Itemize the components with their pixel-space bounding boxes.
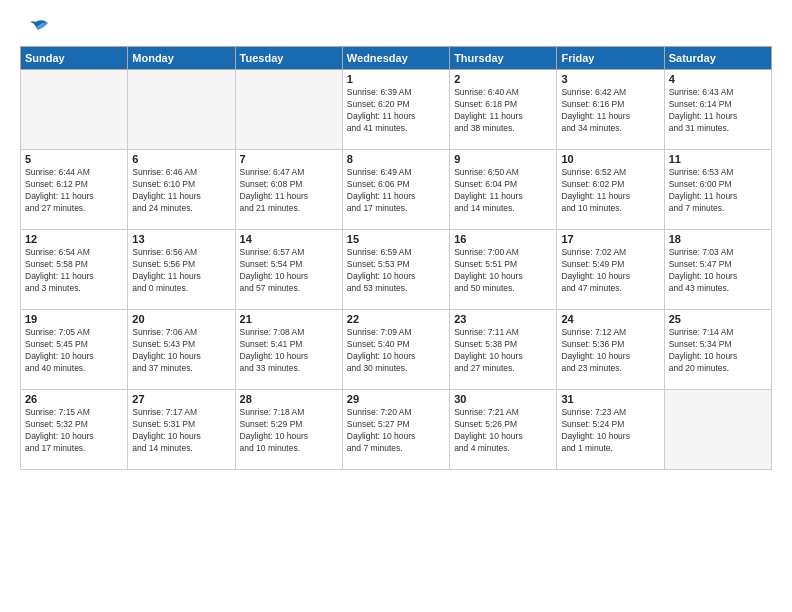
day-info: Sunrise: 6:57 AM Sunset: 5:54 PM Dayligh… [240, 247, 338, 295]
calendar-week-row: 26Sunrise: 7:15 AM Sunset: 5:32 PM Dayli… [21, 390, 772, 470]
calendar-cell: 7Sunrise: 6:47 AM Sunset: 6:08 PM Daylig… [235, 150, 342, 230]
day-number: 8 [347, 153, 445, 165]
calendar-cell: 10Sunrise: 6:52 AM Sunset: 6:02 PM Dayli… [557, 150, 664, 230]
calendar-cell: 8Sunrise: 6:49 AM Sunset: 6:06 PM Daylig… [342, 150, 449, 230]
day-info: Sunrise: 6:46 AM Sunset: 6:10 PM Dayligh… [132, 167, 230, 215]
day-number: 3 [561, 73, 659, 85]
day-number: 23 [454, 313, 552, 325]
calendar-cell: 16Sunrise: 7:00 AM Sunset: 5:51 PM Dayli… [450, 230, 557, 310]
weekday-header-sunday: Sunday [21, 47, 128, 70]
day-number: 14 [240, 233, 338, 245]
day-info: Sunrise: 7:08 AM Sunset: 5:41 PM Dayligh… [240, 327, 338, 375]
calendar-week-row: 1Sunrise: 6:39 AM Sunset: 6:20 PM Daylig… [21, 70, 772, 150]
calendar-cell: 15Sunrise: 6:59 AM Sunset: 5:53 PM Dayli… [342, 230, 449, 310]
day-info: Sunrise: 7:09 AM Sunset: 5:40 PM Dayligh… [347, 327, 445, 375]
weekday-header-wednesday: Wednesday [342, 47, 449, 70]
day-info: Sunrise: 6:40 AM Sunset: 6:18 PM Dayligh… [454, 87, 552, 135]
day-number: 10 [561, 153, 659, 165]
day-number: 22 [347, 313, 445, 325]
day-info: Sunrise: 6:43 AM Sunset: 6:14 PM Dayligh… [669, 87, 767, 135]
calendar-cell: 13Sunrise: 6:56 AM Sunset: 5:56 PM Dayli… [128, 230, 235, 310]
header [20, 18, 772, 36]
day-info: Sunrise: 7:05 AM Sunset: 5:45 PM Dayligh… [25, 327, 123, 375]
calendar-cell: 17Sunrise: 7:02 AM Sunset: 5:49 PM Dayli… [557, 230, 664, 310]
day-info: Sunrise: 7:17 AM Sunset: 5:31 PM Dayligh… [132, 407, 230, 455]
day-info: Sunrise: 7:15 AM Sunset: 5:32 PM Dayligh… [25, 407, 123, 455]
calendar-cell: 6Sunrise: 6:46 AM Sunset: 6:10 PM Daylig… [128, 150, 235, 230]
day-number: 29 [347, 393, 445, 405]
calendar-cell: 9Sunrise: 6:50 AM Sunset: 6:04 PM Daylig… [450, 150, 557, 230]
day-number: 31 [561, 393, 659, 405]
calendar-week-row: 19Sunrise: 7:05 AM Sunset: 5:45 PM Dayli… [21, 310, 772, 390]
weekday-header-saturday: Saturday [664, 47, 771, 70]
day-number: 26 [25, 393, 123, 405]
day-number: 27 [132, 393, 230, 405]
day-number: 12 [25, 233, 123, 245]
calendar-cell: 4Sunrise: 6:43 AM Sunset: 6:14 PM Daylig… [664, 70, 771, 150]
day-number: 17 [561, 233, 659, 245]
logo-bird-icon [22, 18, 50, 40]
calendar-cell: 12Sunrise: 6:54 AM Sunset: 5:58 PM Dayli… [21, 230, 128, 310]
day-number: 6 [132, 153, 230, 165]
weekday-header-row: SundayMondayTuesdayWednesdayThursdayFrid… [21, 47, 772, 70]
day-info: Sunrise: 6:59 AM Sunset: 5:53 PM Dayligh… [347, 247, 445, 295]
day-info: Sunrise: 7:00 AM Sunset: 5:51 PM Dayligh… [454, 247, 552, 295]
calendar-cell: 19Sunrise: 7:05 AM Sunset: 5:45 PM Dayli… [21, 310, 128, 390]
day-number: 4 [669, 73, 767, 85]
calendar-cell: 26Sunrise: 7:15 AM Sunset: 5:32 PM Dayli… [21, 390, 128, 470]
day-number: 1 [347, 73, 445, 85]
day-info: Sunrise: 6:50 AM Sunset: 6:04 PM Dayligh… [454, 167, 552, 215]
weekday-header-tuesday: Tuesday [235, 47, 342, 70]
day-info: Sunrise: 7:11 AM Sunset: 5:38 PM Dayligh… [454, 327, 552, 375]
calendar-cell: 3Sunrise: 6:42 AM Sunset: 6:16 PM Daylig… [557, 70, 664, 150]
day-info: Sunrise: 6:56 AM Sunset: 5:56 PM Dayligh… [132, 247, 230, 295]
day-number: 15 [347, 233, 445, 245]
day-number: 13 [132, 233, 230, 245]
calendar-cell [21, 70, 128, 150]
day-number: 20 [132, 313, 230, 325]
day-info: Sunrise: 7:20 AM Sunset: 5:27 PM Dayligh… [347, 407, 445, 455]
day-number: 30 [454, 393, 552, 405]
calendar-cell: 11Sunrise: 6:53 AM Sunset: 6:00 PM Dayli… [664, 150, 771, 230]
day-number: 24 [561, 313, 659, 325]
day-info: Sunrise: 6:42 AM Sunset: 6:16 PM Dayligh… [561, 87, 659, 135]
calendar-cell: 23Sunrise: 7:11 AM Sunset: 5:38 PM Dayli… [450, 310, 557, 390]
calendar-cell: 30Sunrise: 7:21 AM Sunset: 5:26 PM Dayli… [450, 390, 557, 470]
day-number: 21 [240, 313, 338, 325]
calendar-cell [235, 70, 342, 150]
day-info: Sunrise: 7:23 AM Sunset: 5:24 PM Dayligh… [561, 407, 659, 455]
calendar-cell: 14Sunrise: 6:57 AM Sunset: 5:54 PM Dayli… [235, 230, 342, 310]
day-info: Sunrise: 6:53 AM Sunset: 6:00 PM Dayligh… [669, 167, 767, 215]
page: SundayMondayTuesdayWednesdayThursdayFrid… [0, 0, 792, 612]
day-number: 18 [669, 233, 767, 245]
logo-top [20, 18, 50, 40]
day-number: 5 [25, 153, 123, 165]
day-info: Sunrise: 6:54 AM Sunset: 5:58 PM Dayligh… [25, 247, 123, 295]
day-number: 2 [454, 73, 552, 85]
day-info: Sunrise: 7:12 AM Sunset: 5:36 PM Dayligh… [561, 327, 659, 375]
calendar-cell: 28Sunrise: 7:18 AM Sunset: 5:29 PM Dayli… [235, 390, 342, 470]
calendar-cell: 20Sunrise: 7:06 AM Sunset: 5:43 PM Dayli… [128, 310, 235, 390]
logo [20, 18, 50, 36]
day-number: 25 [669, 313, 767, 325]
calendar-cell [664, 390, 771, 470]
day-info: Sunrise: 6:44 AM Sunset: 6:12 PM Dayligh… [25, 167, 123, 215]
day-info: Sunrise: 7:02 AM Sunset: 5:49 PM Dayligh… [561, 247, 659, 295]
day-number: 9 [454, 153, 552, 165]
weekday-header-thursday: Thursday [450, 47, 557, 70]
day-info: Sunrise: 7:06 AM Sunset: 5:43 PM Dayligh… [132, 327, 230, 375]
calendar-cell: 31Sunrise: 7:23 AM Sunset: 5:24 PM Dayli… [557, 390, 664, 470]
day-info: Sunrise: 7:03 AM Sunset: 5:47 PM Dayligh… [669, 247, 767, 295]
day-number: 28 [240, 393, 338, 405]
weekday-header-friday: Friday [557, 47, 664, 70]
day-number: 11 [669, 153, 767, 165]
day-info: Sunrise: 6:52 AM Sunset: 6:02 PM Dayligh… [561, 167, 659, 215]
day-info: Sunrise: 7:18 AM Sunset: 5:29 PM Dayligh… [240, 407, 338, 455]
calendar-cell: 27Sunrise: 7:17 AM Sunset: 5:31 PM Dayli… [128, 390, 235, 470]
calendar-cell: 24Sunrise: 7:12 AM Sunset: 5:36 PM Dayli… [557, 310, 664, 390]
calendar-cell: 1Sunrise: 6:39 AM Sunset: 6:20 PM Daylig… [342, 70, 449, 150]
calendar-cell [128, 70, 235, 150]
day-number: 16 [454, 233, 552, 245]
day-number: 19 [25, 313, 123, 325]
calendar-cell: 2Sunrise: 6:40 AM Sunset: 6:18 PM Daylig… [450, 70, 557, 150]
